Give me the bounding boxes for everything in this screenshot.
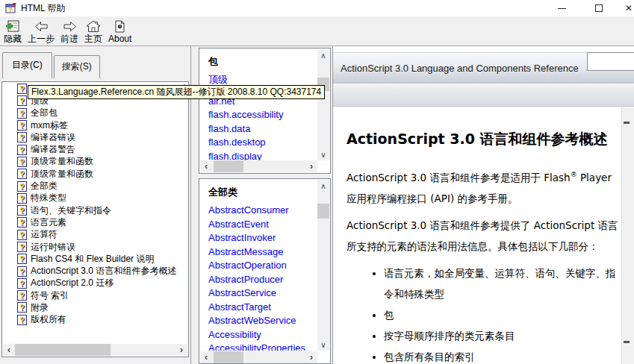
classes-horizontal-scrollbar[interactable]: ‹ ›: [200, 351, 317, 363]
tree-item[interactable]: 编译器错误: [2, 131, 188, 143]
content-scrollbar[interactable]: [621, 107, 634, 364]
tree-item[interactable]: ActionScript 2.0 迁移: [2, 277, 188, 289]
reference-search-input[interactable]: [587, 52, 634, 71]
package-link[interactable]: flash.display: [208, 150, 317, 161]
topic-pane: ActionScript 3.0 Language and Components…: [332, 46, 634, 364]
tree-item[interactable]: 附录: [2, 301, 188, 313]
class-link[interactable]: AbstractMessage: [208, 245, 317, 260]
tree-horizontal-scrollbar[interactable]: ‹ ›: [3, 344, 187, 356]
tree-item[interactable]: 全部类: [2, 180, 188, 192]
nav-tabs: 目录(C) 搜索(S): [2, 56, 100, 78]
about-button[interactable]: About: [105, 19, 134, 45]
contents-tree: Flex.3.Language.Reference.cn 随风展翅--修订版 2…: [1, 81, 189, 357]
close-button[interactable]: ✕: [618, 0, 634, 16]
help-topic-icon: [17, 169, 27, 179]
back-arrow-icon: [34, 19, 49, 33]
tab-contents[interactable]: 目录(C): [2, 52, 52, 78]
tree-item[interactable]: 运算符: [2, 229, 188, 241]
scroll-right-icon[interactable]: ›: [305, 160, 317, 172]
classes-hscroll-thumb[interactable]: [214, 351, 243, 363]
scroll-up-icon[interactable]: ∧: [317, 181, 329, 191]
packages-horizontal-scrollbar[interactable]: ‹ ›: [200, 160, 317, 172]
banner-subbar: [333, 84, 634, 107]
help-topic-icon: [17, 108, 27, 119]
help-topic-icon: [17, 95, 27, 106]
classes-scroll-thumb[interactable]: [317, 204, 329, 219]
home-button[interactable]: 主页: [81, 19, 105, 45]
help-topic-icon: [17, 290, 27, 301]
scroll-right-icon[interactable]: ›: [175, 344, 187, 356]
help-book-icon: ?: [5, 2, 17, 14]
scroll-down-icon[interactable]: ∨: [317, 339, 329, 350]
scroll-up-icon[interactable]: [624, 122, 630, 124]
classes-vertical-scrollbar[interactable]: ∧ ∨: [317, 180, 329, 351]
help-topic-icon: [17, 145, 27, 155]
scroll-left-icon[interactable]: ‹: [200, 160, 212, 172]
help-topic-icon: [17, 84, 27, 94]
packages-hscroll-thumb[interactable]: [214, 160, 243, 172]
package-link[interactable]: flash.data: [208, 122, 317, 136]
tree-item[interactable]: 语言元素: [2, 216, 188, 228]
help-topic-icon: [17, 315, 27, 325]
help-topic-icon: [17, 278, 27, 289]
help-topic-icon: [17, 193, 27, 204]
tab-search[interactable]: 搜索(S): [54, 55, 100, 78]
back-button[interactable]: 上一步: [25, 19, 58, 45]
tree-item[interactable]: ActionScript 3.0 语言和组件参考概述: [2, 265, 188, 277]
class-link[interactable]: AbstractService: [208, 286, 317, 301]
packages-vertical-scrollbar[interactable]: ∧ ∨: [317, 49, 329, 160]
tree-item[interactable]: 版权所有: [2, 314, 188, 326]
tree-rows: Flex.3.Language.Reference.cn 随风展翅--修订版 2…: [2, 83, 188, 326]
tree-item[interactable]: 顶级常量和函数: [2, 168, 188, 180]
class-link[interactable]: AbstractConsumer: [208, 204, 317, 218]
help-topic-icon: [17, 181, 27, 192]
maximize-button[interactable]: [588, 0, 609, 16]
package-link[interactable]: flash.accessibility: [208, 108, 317, 122]
help-topic-icon: [17, 157, 27, 167]
help-topic-icon: [17, 132, 27, 142]
topic-content: ActionScript 3.0 语言和组件参考概述 ActionScript …: [333, 107, 622, 364]
class-link[interactable]: AbstractOperation: [208, 259, 317, 273]
window-title: HTML 帮助: [21, 2, 66, 15]
scroll-left-icon[interactable]: ‹: [200, 351, 212, 363]
tree-item-tooltip: Flex.3.Language.Reference.cn 随风展翅--修订版 2…: [28, 85, 325, 99]
class-link[interactable]: AbstractTarget: [208, 301, 317, 315]
overview-bullet: 语言元素，如全局变量、运算符、语句、关键字、指令和特殊类型: [384, 263, 621, 304]
tree-item[interactable]: 符号 索引: [2, 289, 188, 301]
tree-scroll-thumb[interactable]: [15, 344, 111, 356]
scroll-down-icon[interactable]: ∨: [317, 149, 329, 160]
forward-button[interactable]: 前进: [58, 19, 81, 45]
minimize-icon: [558, 8, 566, 9]
scroll-up-icon[interactable]: ∧: [317, 50, 329, 60]
class-link[interactable]: AbstractProducer: [208, 273, 317, 287]
class-link[interactable]: AbstractInvoker: [208, 231, 317, 245]
class-link[interactable]: Accessibility: [208, 328, 317, 342]
scroll-left-icon[interactable]: ‹: [3, 344, 15, 356]
tree-item[interactable]: mxm标签: [2, 119, 188, 131]
tree-item[interactable]: 运行时错误: [2, 241, 188, 253]
tree-item[interactable]: 全部包: [2, 107, 188, 119]
hide-button-label: 隐藏: [4, 34, 22, 44]
overview-bullet: 按字母顺序排序的类元素条目: [384, 325, 621, 346]
help-topic-icon: [17, 266, 27, 277]
topic-paragraph-1: ActionScript 3.0 语言和组件参考是适用于 Flash® Play…: [346, 164, 621, 209]
tree-item[interactable]: 编译器警告: [2, 143, 188, 155]
tree-item[interactable]: 特殊类型: [2, 192, 188, 204]
about-button-label: About: [108, 34, 131, 44]
scroll-down-icon[interactable]: [624, 341, 630, 343]
class-link[interactable]: AccessibilityProperties: [208, 342, 317, 351]
scroll-right-icon[interactable]: ›: [305, 351, 317, 363]
minimize-button[interactable]: [551, 0, 572, 16]
hide-button[interactable]: 隐藏: [1, 19, 25, 45]
tree-item[interactable]: 语句、关键字和指令: [2, 204, 188, 216]
banner-title: ActionScript 3.0 Language and Components…: [341, 63, 579, 74]
package-link[interactable]: flash.desktop: [208, 136, 317, 150]
tree-item[interactable]: Flash CS4 和 Flex Builder 说明: [2, 253, 188, 265]
maximize-icon: [595, 4, 603, 12]
tree-item[interactable]: 顶级常量和函数: [2, 156, 188, 168]
class-link[interactable]: AbstractEvent: [208, 218, 317, 232]
close-icon: ✕: [625, 4, 633, 13]
class-link[interactable]: AbstractWebService: [208, 314, 317, 328]
titlebar: ? HTML 帮助 ✕: [0, 0, 634, 16]
overview-bullet: 包: [384, 304, 621, 325]
